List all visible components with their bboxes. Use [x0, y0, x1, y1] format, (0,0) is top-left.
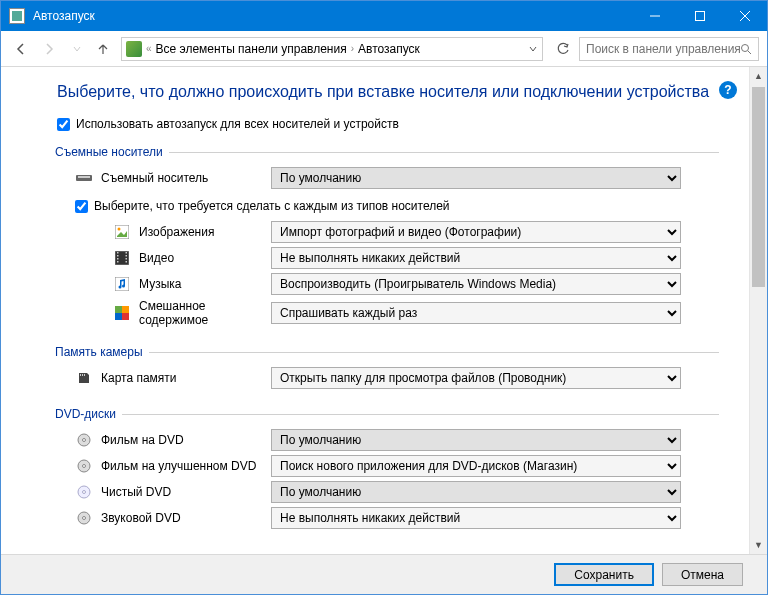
- row-mixed: Смешанное содержимое Спрашивать каждый р…: [57, 299, 719, 327]
- removable-drive-select[interactable]: По умолчанию: [271, 167, 681, 189]
- dvd-movie-select[interactable]: По умолчанию: [271, 429, 681, 451]
- breadcrumb-root-sep: «: [146, 43, 152, 54]
- group-camera: Память камеры: [55, 345, 719, 359]
- svg-rect-13: [117, 255, 119, 257]
- disc-blank-icon: [75, 484, 93, 500]
- up-button[interactable]: [93, 39, 113, 59]
- minimize-button[interactable]: [632, 1, 677, 31]
- svg-point-10: [118, 228, 121, 231]
- close-button[interactable]: [722, 1, 767, 31]
- cancel-button[interactable]: Отмена: [662, 563, 743, 586]
- per-type-checkbox[interactable]: [75, 200, 88, 213]
- forward-button[interactable]: [37, 37, 61, 61]
- svg-point-29: [83, 439, 86, 442]
- svg-point-33: [83, 491, 86, 494]
- search-input[interactable]: [586, 42, 740, 56]
- svg-line-6: [748, 51, 751, 54]
- dvd-enhanced-select[interactable]: Поиск нового приложения для DVD-дисков (…: [271, 455, 681, 477]
- window-title: Автозапуск: [33, 9, 632, 23]
- scroll-up-icon[interactable]: ▲: [750, 67, 767, 85]
- svg-rect-21: [115, 306, 122, 313]
- svg-rect-24: [122, 313, 129, 320]
- row-dvd-blank: Чистый DVD По умолчанию: [57, 481, 719, 503]
- breadcrumb[interactable]: « Все элементы панели управления › Автоз…: [121, 37, 543, 61]
- use-autoplay-checkbox[interactable]: [57, 118, 70, 131]
- save-button[interactable]: Сохранить: [554, 563, 654, 586]
- chevron-right-icon: ›: [351, 43, 354, 54]
- group-removable: Съемные носители: [55, 145, 719, 159]
- svg-rect-18: [126, 258, 128, 260]
- mixed-icon: [113, 305, 131, 321]
- breadcrumb-item-all[interactable]: Все элементы панели управления: [156, 42, 347, 56]
- camera-card-select[interactable]: Открыть папку для просмотра файлов (Пров…: [271, 367, 681, 389]
- svg-rect-25: [80, 374, 81, 376]
- music-icon: [113, 276, 131, 292]
- video-select[interactable]: Не выполнять никаких действий: [271, 247, 681, 269]
- maximize-button[interactable]: [677, 1, 722, 31]
- use-autoplay-checkbox-row: Использовать автозапуск для всех носител…: [57, 117, 719, 131]
- group-dvd: DVD-диски: [55, 407, 719, 421]
- row-dvd-movie: Фильм на DVD По умолчанию: [57, 429, 719, 451]
- breadcrumb-item-autoplay[interactable]: Автозапуск: [358, 42, 420, 56]
- row-removable-drive: Съемный носитель По умолчанию: [57, 167, 719, 189]
- images-label: Изображения: [139, 225, 271, 239]
- breadcrumb-dropdown[interactable]: [528, 44, 538, 54]
- svg-rect-20: [115, 277, 129, 291]
- dvd-movie-label: Фильм на DVD: [101, 433, 271, 447]
- nav-bar: « Все элементы панели управления › Автоз…: [1, 31, 767, 67]
- scroll-down-icon[interactable]: ▼: [750, 536, 767, 554]
- footer: Сохранить Отмена: [1, 554, 767, 594]
- svg-rect-8: [78, 176, 90, 178]
- svg-rect-22: [122, 306, 129, 313]
- svg-rect-2: [695, 12, 704, 21]
- svg-rect-27: [84, 374, 85, 376]
- help-button[interactable]: ?: [719, 81, 737, 99]
- music-label: Музыка: [139, 277, 271, 291]
- music-select[interactable]: Воспроизводить (Проигрыватель Windows Me…: [271, 273, 681, 295]
- search-box[interactable]: [579, 37, 759, 61]
- svg-rect-15: [117, 261, 119, 263]
- disc-icon: [75, 432, 93, 448]
- recent-dropdown[interactable]: [65, 37, 89, 61]
- scroll-thumb[interactable]: [752, 87, 765, 287]
- mixed-label: Смешанное содержимое: [139, 299, 271, 327]
- svg-rect-23: [115, 313, 122, 320]
- use-autoplay-label: Использовать автозапуск для всех носител…: [76, 117, 399, 131]
- video-icon: [113, 250, 131, 266]
- page-title: Выберите, что должно происходить при вст…: [57, 83, 719, 101]
- image-icon: [113, 224, 131, 240]
- svg-point-31: [83, 465, 86, 468]
- svg-point-35: [83, 517, 86, 520]
- svg-rect-14: [117, 258, 119, 260]
- removable-drive-icon: [75, 170, 93, 186]
- scrollbar[interactable]: ▲ ▼: [749, 67, 767, 554]
- row-images: Изображения Импорт фотографий и видео (Ф…: [57, 221, 719, 243]
- back-button[interactable]: [9, 37, 33, 61]
- dvd-enhanced-label: Фильм на улучшенном DVD: [101, 459, 271, 473]
- svg-point-5: [742, 44, 749, 51]
- content-area: ? Выберите, что должно происходить при в…: [1, 67, 749, 554]
- search-icon: [740, 43, 752, 55]
- images-select[interactable]: Импорт фотографий и видео (Фотографии): [271, 221, 681, 243]
- row-camera-card: Карта памяти Открыть папку для просмотра…: [57, 367, 719, 389]
- dvd-audio-select[interactable]: Не выполнять никаких действий: [271, 507, 681, 529]
- app-icon: [9, 8, 25, 24]
- title-bar: Автозапуск: [1, 1, 767, 31]
- row-dvd-audio: Звуковой DVD Не выполнять никаких действ…: [57, 507, 719, 529]
- svg-rect-19: [126, 261, 128, 263]
- disc-icon: [75, 510, 93, 526]
- refresh-button[interactable]: [551, 37, 575, 61]
- svg-rect-17: [126, 255, 128, 257]
- row-dvd-enhanced: Фильм на улучшенном DVD Поиск нового при…: [57, 455, 719, 477]
- dvd-audio-label: Звуковой DVD: [101, 511, 271, 525]
- row-music: Музыка Воспроизводить (Проигрыватель Win…: [57, 273, 719, 295]
- mixed-select[interactable]: Спрашивать каждый раз: [271, 302, 681, 324]
- per-type-label: Выберите, что требуется сделать с каждым…: [94, 199, 450, 213]
- dvd-blank-select[interactable]: По умолчанию: [271, 481, 681, 503]
- svg-rect-12: [117, 252, 119, 254]
- control-panel-icon: [126, 41, 142, 57]
- video-label: Видео: [139, 251, 271, 265]
- row-video: Видео Не выполнять никаких действий: [57, 247, 719, 269]
- removable-drive-label: Съемный носитель: [101, 171, 271, 185]
- per-type-checkbox-row: Выберите, что требуется сделать с каждым…: [57, 199, 719, 213]
